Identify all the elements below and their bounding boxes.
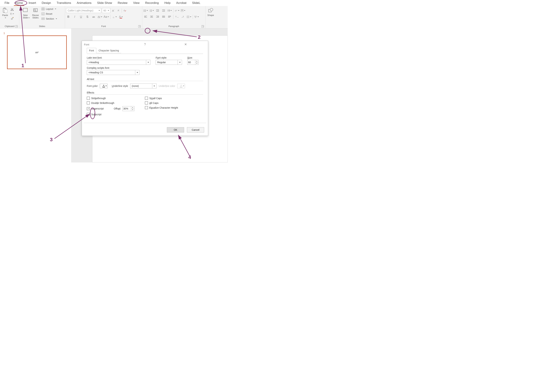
underline-button[interactable]: U <box>79 14 83 19</box>
slide-thumbnail-text: m² <box>35 51 38 54</box>
tab-insert[interactable]: Insert <box>26 0 39 6</box>
dialog-tab-font[interactable]: Font <box>87 48 96 53</box>
svg-rect-2 <box>5 10 7 13</box>
bold-button[interactable]: B <box>66 14 71 19</box>
svg-rect-50 <box>150 17 153 18</box>
tab-recording[interactable]: Recording <box>142 0 162 6</box>
font-color-button[interactable]: A <box>119 14 123 19</box>
tab-slide-show[interactable]: Slide Show <box>94 0 115 6</box>
svg-rect-66 <box>195 17 196 18</box>
clear-formatting-button[interactable]: A <box>123 8 127 13</box>
strikethrough-button[interactable]: ab <box>91 14 96 19</box>
tab-file[interactable]: File <box>2 0 12 6</box>
svg-rect-63 <box>188 16 189 18</box>
svg-rect-1 <box>4 8 5 9</box>
decrease-font-button[interactable]: Aˇ <box>116 8 121 13</box>
size-input[interactable] <box>187 60 195 65</box>
highlight-button[interactable] <box>112 14 117 19</box>
font-color-picker[interactable] <box>100 84 108 88</box>
tab-transitions[interactable]: Transitions <box>54 0 74 6</box>
double-strike-checkbox[interactable]: Double Strikethrough <box>87 101 145 105</box>
superscript-checkbox[interactable]: ✓Superscript Offset: ▲▼ <box>87 106 145 111</box>
tab-help[interactable]: Help <box>162 0 173 6</box>
subscript-checkbox[interactable]: Subscript <box>87 113 145 116</box>
tab-view[interactable]: View <box>130 0 143 6</box>
reuse-slides-button[interactable]: ReuseSlides <box>31 7 40 19</box>
svg-rect-32 <box>156 9 159 10</box>
justify-button[interactable] <box>161 14 166 19</box>
align-left-button[interactable] <box>143 14 148 19</box>
layout-button[interactable]: Layout <box>41 7 58 11</box>
increase-font-button[interactable]: Aˆ <box>111 8 116 13</box>
change-case-button[interactable]: Aa <box>104 14 108 19</box>
dialog-titlebar[interactable]: Font ? ✕ <box>82 41 208 48</box>
group-drawing-label <box>207 28 218 28</box>
font-family-combo[interactable]: Calibri Light (Headings) <box>66 8 101 13</box>
strikethrough-checkbox[interactable]: Strikethrough <box>87 97 145 100</box>
svg-rect-31 <box>150 11 152 12</box>
group-drawing: Shape <box>206 6 220 28</box>
numbering-button[interactable]: 123 <box>149 8 154 13</box>
align-right-button[interactable] <box>155 14 160 19</box>
all-caps-checkbox[interactable]: All Caps <box>145 101 203 105</box>
group-font: Calibri Light (Headings) 60 Aˆ Aˇ A B I … <box>65 6 142 28</box>
format-painter-button[interactable] <box>10 16 14 20</box>
ok-button[interactable]: OK <box>167 127 184 133</box>
italic-button[interactable]: I <box>72 14 77 19</box>
smartart-button[interactable] <box>194 14 199 19</box>
font-style-dropdown[interactable]: Regular <box>156 60 182 65</box>
new-slide-button[interactable]: NewSlide <box>20 7 30 19</box>
paragraph-launcher[interactable] <box>202 25 204 28</box>
reset-button[interactable]: Reset <box>41 12 58 16</box>
small-caps-checkbox[interactable]: Small Caps <box>145 97 203 100</box>
svg-rect-11 <box>42 8 44 9</box>
decrease-indent-button[interactable] <box>155 8 160 13</box>
line-spacing-button[interactable] <box>167 8 172 13</box>
offset-spinner[interactable]: ▲▼ <box>123 106 134 111</box>
align-center-button[interactable] <box>149 14 154 19</box>
bullets-button[interactable] <box>143 8 148 13</box>
size-label: Size: <box>187 56 203 59</box>
svg-rect-54 <box>162 16 165 16</box>
svg-point-22 <box>143 11 144 11</box>
dialog-tab-spacing[interactable]: Character Spacing <box>96 48 121 53</box>
tab-review[interactable]: Review <box>115 0 130 6</box>
underline-style-dropdown[interactable]: (none) <box>130 84 157 88</box>
cut-button[interactable] <box>10 7 14 11</box>
tab-design[interactable]: Design <box>39 0 54 6</box>
distribute-button[interactable] <box>167 14 172 19</box>
size-spinner[interactable]: ▲▼ <box>187 60 203 65</box>
tab-slidel[interactable]: SlideL <box>189 0 203 6</box>
equalize-checkbox[interactable]: Equalize Character Height <box>145 106 203 109</box>
svg-rect-59 <box>168 17 170 18</box>
shapes-button[interactable]: Shape <box>207 7 215 16</box>
dialog-close-button[interactable]: ✕ <box>165 42 206 46</box>
rtl-button[interactable]: ¶ <box>181 14 185 19</box>
group-clipboard: Paste Clipboard <box>0 6 19 28</box>
align-text-vert-button[interactable] <box>181 8 185 13</box>
columns-button[interactable] <box>187 14 191 19</box>
paste-button[interactable]: Paste <box>1 7 9 19</box>
svg-point-24 <box>143 11 144 12</box>
text-direction-button[interactable]: I͟A <box>175 8 179 13</box>
clipboard-launcher[interactable] <box>15 25 18 28</box>
font-launcher[interactable] <box>138 25 141 28</box>
font-size-combo[interactable]: 60 <box>102 8 110 13</box>
section-button[interactable]: Section <box>41 17 58 21</box>
tab-acrobat[interactable]: Acrobat <box>173 0 189 6</box>
increase-indent-button[interactable] <box>161 8 166 13</box>
tab-animations[interactable]: Animations <box>74 0 94 6</box>
dialog-help-button[interactable]: ? <box>124 43 165 46</box>
tab-home[interactable]: Home <box>12 0 26 6</box>
char-spacing-button[interactable]: AV <box>98 14 102 19</box>
slide-thumbnail-1[interactable]: m² <box>7 35 67 69</box>
latin-font-dropdown[interactable]: +Heading <box>87 60 150 65</box>
ltr-button[interactable]: ¶ <box>175 14 179 19</box>
svg-rect-58 <box>168 16 171 17</box>
cancel-button[interactable]: Cancel <box>187 127 204 133</box>
svg-rect-46 <box>144 16 146 17</box>
text-shadow-button[interactable]: S <box>85 14 90 19</box>
copy-button[interactable] <box>10 12 14 16</box>
complex-font-dropdown[interactable]: +Heading CS <box>87 70 139 75</box>
offset-input[interactable] <box>123 106 131 111</box>
